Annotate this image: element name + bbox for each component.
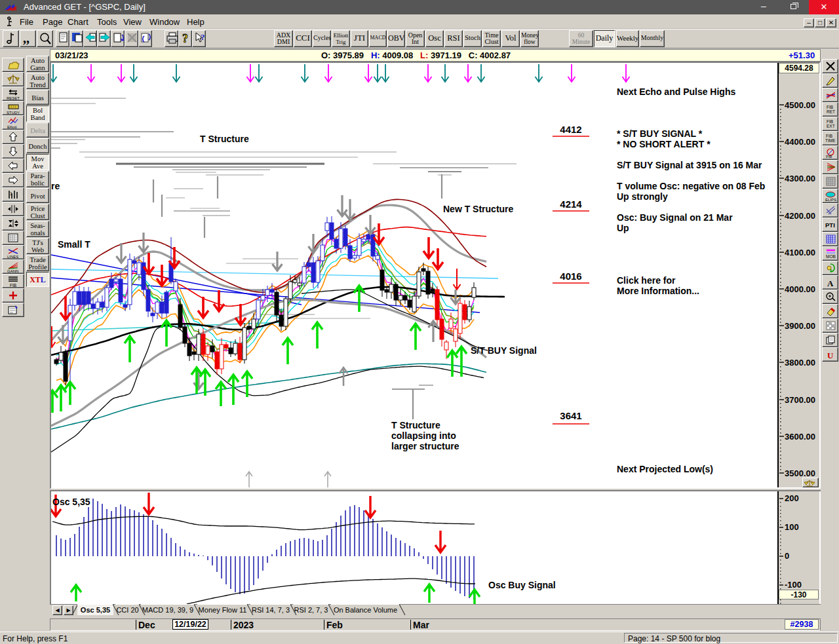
svg-text:S/T BUY Signal at 3915 on 16 M: S/T BUY Signal at 3915 on 16 Mar bbox=[617, 160, 762, 170]
svg-text:re: re bbox=[51, 181, 60, 191]
svg-text:Small T: Small T bbox=[58, 239, 90, 250]
svg-text:FIB: FIB bbox=[10, 283, 16, 288]
svg-text:?: ? bbox=[201, 32, 205, 42]
svg-text:EXT: EXT bbox=[827, 124, 835, 128]
svg-text:LINES: LINES bbox=[7, 255, 18, 259]
svg-text:Osc Buy Signal: Osc Buy Signal bbox=[488, 580, 556, 590]
svg-text:More Information...: More Information... bbox=[617, 286, 699, 296]
svg-text:Osc: Buy Signal on 21 Mar: Osc: Buy Signal on 21 Mar bbox=[617, 212, 733, 223]
svg-text:larger structure: larger structure bbox=[391, 441, 459, 451]
svg-text:Next Projected Low(s): Next Projected Low(s) bbox=[617, 464, 713, 474]
svg-text:New T Structure: New T Structure bbox=[443, 204, 514, 214]
svg-text:4412: 4412 bbox=[560, 124, 581, 135]
svg-text:FIB: FIB bbox=[827, 105, 833, 109]
svg-text:4214: 4214 bbox=[560, 199, 582, 210]
svg-text:Up: Up bbox=[617, 223, 629, 233]
svg-text:Up strongly: Up strongly bbox=[617, 191, 668, 202]
svg-text:RET: RET bbox=[827, 109, 835, 114]
svg-text:A: A bbox=[827, 278, 834, 288]
svg-text:PTI: PTI bbox=[825, 221, 835, 229]
svg-text:TIME: TIME bbox=[825, 138, 836, 143]
svg-text:ELIPS: ELIPS bbox=[825, 198, 836, 202]
svg-text:FIB: FIB bbox=[827, 119, 833, 124]
svg-text:collapsing into: collapsing into bbox=[391, 430, 456, 441]
svg-text:* S/T BUY SIGNAL *: * S/T BUY SIGNAL * bbox=[617, 128, 703, 139]
svg-text:T Structure: T Structure bbox=[391, 420, 440, 430]
svg-text:Elliott: Elliott bbox=[7, 125, 17, 129]
svg-text:?: ? bbox=[182, 32, 188, 45]
svg-text:T Structure: T Structure bbox=[200, 134, 249, 144]
svg-text:T volume Osc: negative on 08 F: T volume Osc: negative on 08 Feb bbox=[617, 181, 765, 191]
svg-text:RESET: RESET bbox=[7, 96, 20, 100]
svg-text:FIB: FIB bbox=[826, 134, 832, 138]
svg-text:U: U bbox=[827, 350, 834, 360]
svg-text:,,: ,, bbox=[23, 31, 29, 45]
svg-text:GANN: GANN bbox=[7, 269, 18, 273]
svg-text:Click here for: Click here for bbox=[617, 275, 676, 286]
svg-text:* NO SHORT ALERT *: * NO SHORT ALERT * bbox=[617, 139, 711, 149]
svg-text:3641: 3641 bbox=[560, 410, 581, 421]
svg-text:Next Echo and Pulse Highs: Next Echo and Pulse Highs bbox=[617, 86, 735, 97]
svg-text:1: 1 bbox=[10, 191, 12, 196]
svg-text:4016: 4016 bbox=[560, 271, 581, 282]
svg-text:FIB: FIB bbox=[826, 155, 832, 159]
svg-text:STUDY: STUDY bbox=[7, 111, 20, 115]
svg-text:Osc 5,35: Osc 5,35 bbox=[52, 497, 90, 507]
svg-text:S/T BUY Signal: S/T BUY Signal bbox=[471, 345, 537, 356]
svg-text:MOB: MOB bbox=[826, 254, 836, 259]
